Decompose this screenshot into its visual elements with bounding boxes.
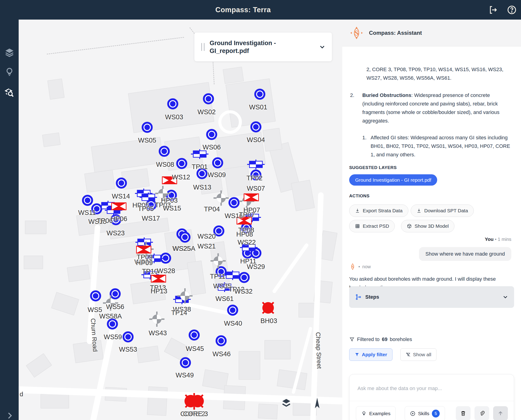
paperclip-icon[interactable] (475, 406, 489, 420)
layers-icon[interactable] (4, 47, 15, 58)
compass-s-logo-small: S (349, 263, 356, 270)
marker-flag[interactable] (140, 192, 157, 203)
map-label: BH03 (260, 317, 277, 325)
marker-redflag[interactable] (136, 246, 151, 254)
marker-circle[interactable] (159, 146, 170, 157)
marker-crosshair[interactable] (213, 190, 229, 206)
building (42, 132, 61, 147)
building (223, 67, 244, 84)
chevron-down-icon[interactable] (502, 294, 509, 300)
skills-button[interactable]: Skills 5 (405, 406, 445, 420)
assistant-scrollback-fragment: 2, CORE 3, TP08, TP09, TP10, WS14, WS15,… (366, 65, 505, 82)
sublist-text: Affected GI sites: Widespread across man… (370, 135, 510, 158)
suggested-layer-chip[interactable]: Ground Investigation - GI report.pdf (349, 174, 437, 186)
marker-redflag[interactable] (111, 202, 127, 210)
examples-button[interactable]: Examples (356, 406, 396, 420)
marker-circle[interactable] (141, 122, 153, 133)
assistant-message-meta: S • now (349, 263, 371, 270)
map-label: WS17 (142, 215, 160, 222)
map-label: WS09 (208, 171, 226, 179)
marker-circle[interactable] (215, 335, 227, 346)
building (263, 128, 282, 151)
map-canvas[interactable]: WS03WS02WS01WS05WS06WS04WS08TP01WS09WS12… (19, 20, 342, 420)
chat-composer[interactable]: Ask me about the data on your map... Exa… (349, 374, 514, 420)
map-road-loop (218, 110, 242, 134)
map-label: HP13 (151, 287, 167, 295)
marker-circle[interactable] (180, 357, 191, 368)
marker-circle[interactable] (176, 158, 188, 169)
funnel-off-icon (406, 352, 411, 357)
building (47, 79, 65, 100)
trash-icon[interactable] (456, 406, 471, 420)
button-label: Extract PSD (363, 223, 389, 229)
separator: • (495, 237, 497, 242)
map-label: WS61 (216, 295, 234, 303)
map-label: HP07 (243, 206, 260, 214)
marker-redflag[interactable] (151, 274, 166, 283)
steps-accordion[interactable]: Steps (349, 286, 514, 308)
marker-circle[interactable] (116, 177, 127, 189)
marker-flag[interactable] (224, 270, 241, 280)
map-label: WS22 (238, 239, 256, 246)
marker-circle[interactable] (227, 304, 238, 316)
marker-crosshair[interactable] (177, 288, 193, 303)
marker-circle[interactable] (167, 98, 179, 110)
marker-flag[interactable] (247, 159, 265, 170)
filter-prefix: Filtered to (357, 337, 380, 342)
marker-crosshair[interactable] (211, 253, 226, 269)
branch-icon (355, 294, 362, 300)
north-arrow-icon[interactable] (312, 396, 323, 409)
author-label: You (485, 236, 494, 242)
table-icon (355, 224, 360, 229)
extract-psd-button[interactable]: Extract PSD (349, 220, 395, 232)
skills-count-badge: 5 (432, 410, 440, 418)
street-label: d (20, 391, 23, 398)
top-bar: Compass: Terra (0, 0, 521, 20)
map-label: WS02 (198, 108, 216, 116)
marker-circle[interactable] (203, 93, 214, 105)
sign-out-icon[interactable] (488, 5, 498, 15)
export-strata-data-button[interactable]: Export Strata Data (349, 204, 408, 217)
map-layers-icon[interactable] (280, 397, 292, 409)
chevron-down-icon[interactable] (318, 43, 326, 51)
marker-circle[interactable] (189, 329, 200, 341)
marker-circle[interactable] (250, 121, 262, 133)
show-all-button[interactable]: Show all (400, 348, 437, 361)
marker-crosshair[interactable] (149, 312, 165, 327)
marker-redflag[interactable] (243, 193, 259, 202)
lightbulb-icon[interactable] (4, 67, 15, 77)
layer-dropdown[interactable]: Ground Investigation - GI_report.pdf (194, 32, 332, 61)
help-icon[interactable] (507, 5, 517, 15)
chat-input[interactable]: Ask me about the data on your map... (357, 385, 442, 391)
marker-circle[interactable] (206, 129, 218, 140)
building (264, 340, 291, 360)
map-label: WS25A (173, 245, 195, 252)
marker-circle[interactable] (107, 318, 118, 330)
show-3d-model-button[interactable]: Show 3D Model (401, 220, 454, 232)
drag-handle-icon[interactable] (201, 43, 204, 51)
download-spt-data-button[interactable]: Download SPT Data (411, 204, 474, 217)
app-title: Compass: Terra (215, 0, 271, 20)
building (25, 221, 46, 234)
send-arrow-icon[interactable] (493, 406, 508, 420)
marker-redcircle[interactable] (259, 299, 277, 317)
map-label: HP09 (136, 259, 153, 267)
map-label: WS56 (106, 303, 124, 311)
building (26, 353, 52, 378)
marker-circle[interactable] (212, 157, 223, 169)
marker-redblob[interactable] (180, 391, 208, 411)
marker-circle[interactable] (122, 331, 134, 343)
apply-filter-button[interactable]: Apply filter (349, 348, 393, 361)
button-label: Show all (413, 352, 431, 357)
layer-search-icon[interactable] (4, 88, 15, 98)
marker-circle[interactable] (228, 197, 240, 208)
marker-circle[interactable] (90, 290, 101, 302)
sidebar-expand-chevron-icon[interactable] (5, 411, 14, 420)
filter-count: 69 (382, 337, 387, 342)
map-label: TP04 (204, 205, 220, 213)
sublist-number: 1. (362, 133, 366, 142)
button-label: Examples (369, 411, 390, 416)
marker-circle[interactable] (254, 88, 265, 100)
map-label: WS13 (193, 184, 211, 191)
marker-circle[interactable] (179, 232, 191, 243)
